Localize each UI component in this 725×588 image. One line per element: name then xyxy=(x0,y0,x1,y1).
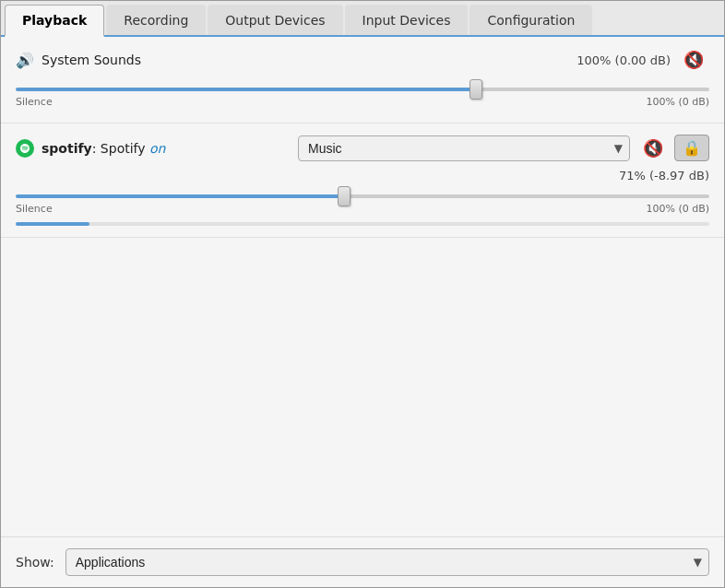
spotify-title: spotify: Spotify on xyxy=(42,141,291,156)
spotify-center-label: 100% (0 dB) xyxy=(646,203,709,215)
system-sounds-header: 🔊 System Sounds 100% (0.00 dB) 🔇 xyxy=(16,48,709,72)
system-sounds-section: 🔊 System Sounds 100% (0.00 dB) 🔇 Silence… xyxy=(1,37,724,123)
system-sounds-silence-label: Silence xyxy=(16,96,53,108)
content-area: 🔊 System Sounds 100% (0.00 dB) 🔇 Silence… xyxy=(1,37,724,587)
footer: Show: Applications All streams Virtual d… xyxy=(1,536,724,587)
spotify-mute-button[interactable]: 🔇 xyxy=(637,136,669,160)
sound-icon: 🔊 xyxy=(16,52,34,69)
system-sounds-controls: 100% (0.00 dB) 🔇 xyxy=(576,48,709,72)
tab-recording[interactable]: Recording xyxy=(106,5,206,35)
tab-configuration[interactable]: Configuration xyxy=(469,5,592,35)
scroll-indicator xyxy=(16,222,709,226)
show-label: Show: xyxy=(16,555,54,570)
spotify-volume-text: 71% (-8.97 dB) xyxy=(619,169,709,182)
system-sounds-slider-container: Silence 100% (0 dB) xyxy=(16,79,709,108)
tab-bar: Playback Recording Output Devices Input … xyxy=(1,1,724,37)
spotify-lock-button[interactable]: 🔒 xyxy=(674,135,709,161)
spotify-app-name: spotify xyxy=(42,141,92,156)
tab-input-devices[interactable]: Input Devices xyxy=(345,5,469,35)
system-sounds-mute-button[interactable]: 🔇 xyxy=(678,48,709,72)
spotify-slider-container: Silence 100% (0 dB) xyxy=(16,186,709,215)
system-sounds-volume-text: 100% (0.00 dB) xyxy=(576,53,671,67)
spotify-silence-label: Silence xyxy=(16,203,53,215)
spotify-status: on xyxy=(149,141,165,156)
scroll-thumb xyxy=(16,222,89,226)
spotify-slider[interactable] xyxy=(16,194,709,198)
spotify-section: spotify: Spotify on Music Default Headph… xyxy=(1,123,724,238)
spotify-logo-svg xyxy=(19,143,30,154)
content-main: 🔊 System Sounds 100% (0.00 dB) 🔇 Silence… xyxy=(1,37,724,536)
tab-output-devices[interactable]: Output Devices xyxy=(208,5,342,35)
show-dropdown[interactable]: Applications All streams Virtual devices xyxy=(65,548,709,576)
system-sounds-center-label: 100% (0 dB) xyxy=(646,96,709,108)
spotify-display-name: Spotify xyxy=(101,141,146,156)
system-sounds-slider[interactable] xyxy=(16,88,709,91)
tab-playback[interactable]: Playback xyxy=(5,5,104,37)
system-sounds-label: System Sounds xyxy=(42,53,576,67)
footer-dropdown-wrapper: Applications All streams Virtual devices… xyxy=(65,548,709,576)
main-window: Playback Recording Output Devices Input … xyxy=(0,0,725,588)
spotify-header: spotify: Spotify on Music Default Headph… xyxy=(16,135,709,161)
spotify-output-dropdown[interactable]: Music Default Headphones xyxy=(298,135,630,161)
spotify-output-dropdown-wrapper: Music Default Headphones ▼ xyxy=(298,135,630,161)
spotify-icon xyxy=(16,139,34,158)
